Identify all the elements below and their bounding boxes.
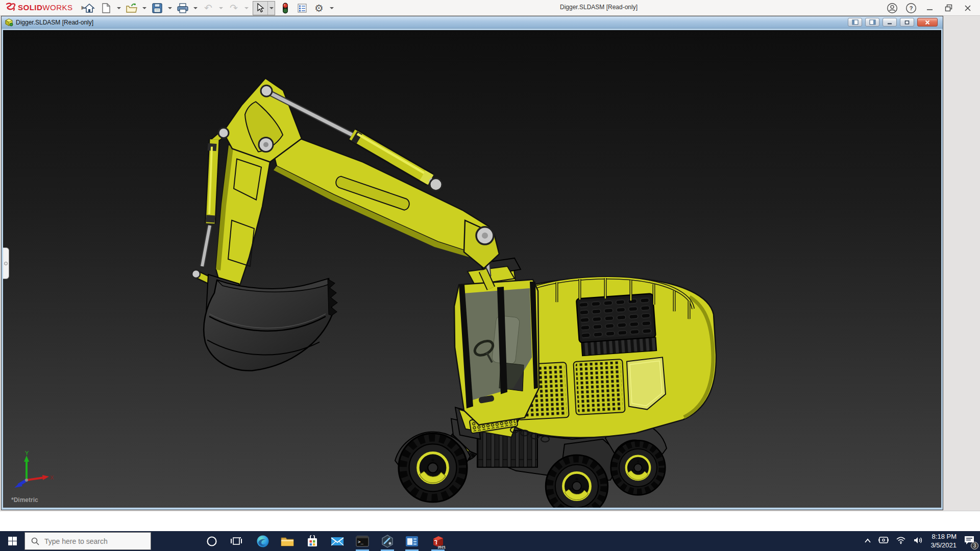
apex-pin [261, 85, 272, 96]
bucket-teeth [328, 279, 337, 315]
clock-date: 3/5/2021 [930, 541, 957, 550]
view-orientation-label: *Dimetric [11, 496, 38, 504]
doc-minimize-button[interactable] [883, 18, 897, 27]
cortana-button[interactable] [201, 531, 223, 551]
rebuild-button[interactable] [279, 2, 292, 15]
options-dropdown-caret[interactable] [330, 7, 334, 9]
x-axis-label: X [50, 474, 54, 481]
engine-grille [576, 293, 656, 356]
svg-text:?: ? [910, 5, 913, 11]
home-button[interactable] [83, 2, 96, 15]
tray-expand-icon[interactable] [864, 537, 871, 545]
orientation-triad: Y X [10, 450, 54, 488]
undo-dropdown-caret [219, 7, 223, 9]
mdi-area: Digger.SLDASM [Read-only] [0, 16, 980, 511]
document-title: Digger.SLDASM [Read-only] [16, 19, 93, 26]
save-button[interactable] [151, 2, 164, 15]
bucket[interactable] [204, 279, 337, 371]
doc-close-button[interactable] [917, 18, 938, 27]
system-tray: 8:18 PM 3/5/2021 3 [864, 531, 980, 551]
status-bar [0, 511, 980, 531]
taskbar-search[interactable] [24, 532, 151, 550]
action-center-icon[interactable]: 3 [964, 535, 975, 547]
front-vent-right [573, 359, 625, 415]
solidworks-logo: SOLIDWORKS ▶ [5, 3, 85, 12]
open-button[interactable] [125, 2, 138, 15]
select-dropdown-caret[interactable] [267, 2, 275, 15]
search-icon [31, 537, 39, 545]
taskbar-clock[interactable]: 8:18 PM 3/5/2021 [930, 533, 957, 550]
redo-button-disabled: ↷ [227, 2, 240, 15]
y-axis-label: Y [25, 450, 29, 456]
cab[interactable] [454, 258, 539, 425]
print-dropdown-caret[interactable] [193, 7, 198, 9]
window-controls: ? [886, 0, 974, 16]
save-dropdown-caret[interactable] [168, 7, 172, 9]
undo-button-disabled: ↶ [202, 2, 215, 15]
new-document-button[interactable] [100, 2, 113, 15]
select-cursor-icon[interactable] [253, 3, 267, 13]
account-icon[interactable] [886, 2, 898, 14]
solidworks-year-badge: 2021 [437, 545, 446, 549]
app-title: Digger.SLDASM [Read-only] [560, 4, 638, 11]
excavator-model[interactable] [3, 30, 941, 508]
file-explorer-icon[interactable] [276, 531, 299, 551]
document-window: Digger.SLDASM [Read-only] [1, 16, 943, 510]
brand-text: SOLIDWORKS [18, 3, 73, 12]
select-tool-active[interactable] [253, 1, 275, 15]
solidworks-logo-mark [5, 3, 16, 12]
volume-icon[interactable] [913, 536, 923, 546]
document-titlebar[interactable]: Digger.SLDASM [Read-only] [2, 16, 943, 29]
mail-icon[interactable] [326, 531, 349, 551]
file-properties-button[interactable] [296, 2, 309, 15]
solidworks-2021-icon[interactable]: 2021 [427, 531, 449, 551]
featuremanager-collapsed-tab[interactable] [3, 247, 9, 279]
graphics-viewport[interactable]: Y X *Dimetric [3, 30, 941, 508]
app-titlebar: SOLIDWORKS ▶ ↶ ↷ [0, 0, 980, 16]
solidworks-app: SOLIDWORKS ▶ ↶ ↷ [0, 0, 980, 551]
windows-taskbar: >_ 2021 [0, 531, 980, 551]
wifi-icon[interactable] [896, 536, 906, 546]
quick-access-toolbar: ↶ ↷ ⚙ [83, 0, 334, 16]
assembly-icon [5, 18, 13, 27]
minimize-button[interactable] [924, 2, 936, 14]
document-body: Y X *Dimetric [2, 29, 943, 510]
redo-dropdown-caret [244, 7, 249, 9]
remote-window-app-icon[interactable] [401, 531, 423, 551]
rod-end-pin [430, 179, 442, 191]
edge-icon[interactable] [252, 531, 274, 551]
close-button[interactable] [962, 2, 974, 14]
search-input[interactable] [44, 537, 141, 545]
options-button[interactable]: ⚙ [312, 2, 326, 15]
print-button[interactable] [176, 2, 189, 15]
command-prompt-icon[interactable]: >_ [351, 531, 374, 551]
doc-restore-button[interactable] [900, 18, 914, 27]
clock-time: 8:18 PM [930, 533, 957, 541]
toggle-left-pane-button[interactable] [848, 18, 862, 27]
start-button[interactable] [0, 531, 24, 551]
utility-app-icon[interactable] [376, 531, 399, 551]
new-dropdown-caret[interactable] [117, 7, 121, 9]
task-view-button[interactable] [225, 531, 248, 551]
restore-button[interactable] [943, 2, 955, 14]
help-icon[interactable]: ? [905, 2, 917, 14]
document-window-buttons [848, 18, 938, 27]
vm-tray-icon[interactable] [878, 536, 889, 546]
microsoft-store-icon[interactable] [301, 531, 324, 551]
notification-count-badge: 3 [971, 542, 978, 549]
svg-text:>_: >_ [358, 539, 363, 544]
toggle-right-pane-button[interactable] [865, 18, 879, 27]
open-dropdown-caret[interactable] [142, 7, 146, 9]
